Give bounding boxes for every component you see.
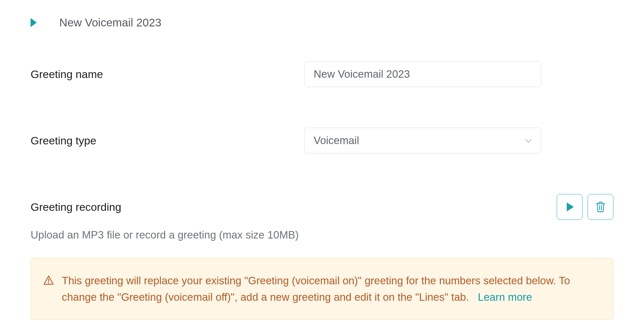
greeting-recording-section: Greeting recording — [31, 194, 613, 241]
disclosure-triangle-icon[interactable] — [31, 18, 37, 27]
chevron-down-icon — [526, 137, 532, 144]
greeting-type-select[interactable]: Voicemail — [304, 128, 541, 153]
warning-text-block: This greeting will replace your existing… — [62, 272, 601, 305]
warning-icon — [43, 275, 54, 285]
row-greeting-type: Greeting type Voicemail — [31, 128, 613, 153]
greeting-type-label: Greeting type — [31, 134, 304, 147]
learn-more-link[interactable]: Learn more — [478, 291, 532, 303]
delete-recording-button[interactable] — [588, 194, 613, 220]
greeting-name-label: Greeting name — [31, 68, 304, 81]
row-greeting-name: Greeting name — [31, 61, 613, 87]
greeting-name-input[interactable] — [304, 61, 541, 87]
greeting-recording-title: Greeting recording — [31, 201, 121, 213]
header-row: New Voicemail 2023 — [31, 16, 613, 29]
page-title: New Voicemail 2023 — [59, 16, 161, 29]
greeting-type-value: Voicemail — [314, 134, 359, 147]
recording-actions — [557, 194, 613, 220]
trash-icon — [596, 201, 605, 212]
play-recording-button[interactable] — [557, 194, 582, 220]
svg-point-1 — [48, 283, 49, 283]
warning-panel: This greeting will replace your existing… — [31, 258, 613, 320]
greeting-recording-subtitle: Upload an MP3 file or record a greeting … — [31, 229, 613, 241]
play-icon — [567, 202, 574, 211]
